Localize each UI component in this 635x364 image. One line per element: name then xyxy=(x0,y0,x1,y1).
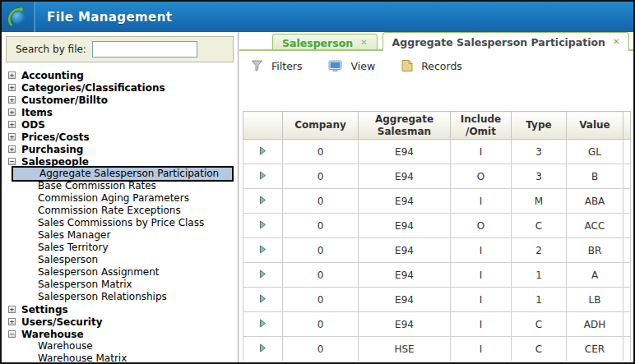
app-logo xyxy=(2,2,35,32)
tree-item-settings[interactable]: +Settings xyxy=(2,303,238,316)
tree-subitem-salesperson-assignment[interactable]: Salesperson Assignment xyxy=(2,266,238,279)
row-expand-arrow[interactable] xyxy=(243,189,283,214)
tree-subitem-commission-rate-exceptions[interactable]: Commission Rate Exceptions xyxy=(2,205,238,217)
table-cell: 1 xyxy=(512,288,567,312)
collapse-minus-icon[interactable]: − xyxy=(8,158,16,165)
column-header-expand xyxy=(243,112,283,140)
tree-item-accounting[interactable]: +Accounting xyxy=(2,69,238,81)
table-row: 0E94ICADH xyxy=(243,312,631,337)
tree-item-purchasing[interactable]: +Purchasing xyxy=(2,143,238,155)
tab-salesperson[interactable]: Salesperson ✕ xyxy=(272,34,378,51)
expand-plus-icon[interactable]: + xyxy=(8,121,16,128)
row-expand-arrow[interactable] xyxy=(243,238,283,263)
row-arrow-icon xyxy=(259,319,267,328)
tab-label: Salesperson xyxy=(282,37,353,49)
row-expand-arrow[interactable] xyxy=(243,164,283,189)
tree-item-users-security[interactable]: +Users/Security xyxy=(2,316,238,328)
tree-subitem-sales-manager[interactable]: Sales Manager xyxy=(2,229,238,242)
table-cell: 0 xyxy=(283,189,359,214)
column-header-value[interactable]: Value xyxy=(567,112,623,140)
close-icon[interactable]: ✕ xyxy=(360,39,367,47)
tree-subitem-salesperson-relationships[interactable]: Salesperson Relationships xyxy=(2,291,238,303)
table-row: 0E94OCACC xyxy=(243,214,631,238)
expand-plus-icon[interactable]: + xyxy=(8,96,16,104)
table-cell: O xyxy=(451,164,512,189)
row-arrow-icon xyxy=(259,171,267,180)
table-row: 0E94IMABA xyxy=(243,189,631,214)
tree-subitem-commission-aging-parameters[interactable]: Commission Aging Parameters xyxy=(2,192,238,205)
records-label: Records xyxy=(421,60,462,72)
view-label: View xyxy=(350,60,375,72)
tab-aggregate-salesperson-participation[interactable]: Aggregate Salesperson Participation ✕ xyxy=(382,32,630,51)
table-row: 0E94O3B xyxy=(243,164,631,189)
table-row: 0E94I3GL xyxy=(243,140,631,164)
row-expand-arrow[interactable] xyxy=(243,288,283,312)
row-expand-arrow[interactable] xyxy=(243,214,283,238)
row-expand-arrow[interactable] xyxy=(243,337,283,362)
tree-subitem-sales-commissions-by-price-class[interactable]: Sales Commissions by Price Class xyxy=(2,217,238,229)
table-cell: E94 xyxy=(359,164,451,189)
tree-item-label: Customer/Billto xyxy=(21,94,108,106)
table-cell: I xyxy=(451,238,512,263)
expand-plus-icon[interactable]: + xyxy=(8,306,16,313)
tree-item-label: Purchasing xyxy=(21,144,83,155)
table-cell-spacer xyxy=(623,312,631,337)
tree-subitem-warehouse[interactable]: Warehouse xyxy=(2,340,238,352)
table-row: 0E94I1A xyxy=(243,263,631,288)
row-expand-arrow[interactable] xyxy=(243,263,283,288)
column-header-include-omit[interactable]: Include /Omit xyxy=(451,112,512,140)
table-cell: E94 xyxy=(359,312,451,337)
table-cell: A xyxy=(567,263,623,288)
row-expand-arrow[interactable] xyxy=(243,312,283,337)
tree-subitem-sales-territory[interactable]: Sales Territory xyxy=(2,242,238,254)
records-table-body: 0E94I3GL0E94O3B0E94IMABA0E94OCACC0E94I2B… xyxy=(243,140,631,362)
globe-swoosh-logo-icon xyxy=(7,6,29,28)
table-cell-spacer xyxy=(623,140,631,164)
records-note-icon xyxy=(401,59,413,72)
table-cell: 0 xyxy=(283,140,359,164)
tree-item-prices-costs[interactable]: +Prices/Costs xyxy=(2,131,238,143)
table-cell: E94 xyxy=(359,140,451,164)
expand-plus-icon[interactable]: + xyxy=(8,71,16,79)
table-cell: I xyxy=(451,140,512,164)
table-cell-spacer xyxy=(623,238,631,263)
expand-plus-icon[interactable]: + xyxy=(8,133,16,141)
row-expand-arrow[interactable] xyxy=(243,140,283,164)
tree-item-customer-billto[interactable]: +Customer/Billto xyxy=(2,94,238,106)
filter-funnel-icon xyxy=(251,60,263,71)
collapse-minus-icon[interactable]: − xyxy=(8,330,16,338)
tree-item-items[interactable]: +Items xyxy=(2,106,238,118)
expand-plus-icon[interactable]: + xyxy=(8,108,16,116)
filters-button[interactable]: Filters xyxy=(251,60,302,72)
search-bar: Search by file: xyxy=(6,36,234,62)
table-cell-spacer xyxy=(623,337,631,362)
table-cell: GL xyxy=(567,140,623,164)
table-cell: 1 xyxy=(512,263,567,288)
close-icon[interactable]: ✕ xyxy=(613,38,619,46)
column-header-spacer xyxy=(623,112,631,140)
tab-label: Aggregate Salesperson Participation xyxy=(392,36,605,48)
tree-item-ods[interactable]: +ODS xyxy=(2,118,238,131)
table-header-row: CompanyAggregate SalesmanInclude /OmitTy… xyxy=(243,112,631,140)
table-cell: 0 xyxy=(283,214,359,238)
records-grid: CompanyAggregate SalesmanInclude /OmitTy… xyxy=(243,111,631,361)
records-button[interactable]: Records xyxy=(401,59,462,72)
expand-plus-icon[interactable]: + xyxy=(8,318,16,325)
table-cell: 0 xyxy=(283,337,359,362)
expand-plus-icon[interactable]: + xyxy=(8,145,16,153)
tree-subitem-base-commission-rates[interactable]: Base Commission Rates xyxy=(2,180,238,192)
column-header-type[interactable]: Type xyxy=(512,112,567,140)
expand-plus-icon[interactable]: + xyxy=(8,84,16,91)
view-button[interactable]: View xyxy=(328,60,375,72)
tree-item-warehouse[interactable]: −Warehouse xyxy=(2,328,238,340)
tree-subitem-salesperson[interactable]: Salesperson xyxy=(2,254,238,266)
table-cell: 3 xyxy=(512,164,567,189)
table-cell-spacer xyxy=(623,189,631,214)
tree-subitem-salesperson-matrix[interactable]: Salesperson Matrix xyxy=(2,279,238,291)
table-cell: M xyxy=(512,189,567,214)
column-header-aggregate-salesman[interactable]: Aggregate Salesman xyxy=(359,112,451,140)
tree-item-categories-classifications[interactable]: +Categories/Classifications xyxy=(2,81,238,94)
tree-subitem-warehouse-matrix[interactable]: Warehouse Matrix xyxy=(2,352,238,362)
search-input[interactable] xyxy=(92,41,197,58)
column-header-company[interactable]: Company xyxy=(283,112,359,140)
